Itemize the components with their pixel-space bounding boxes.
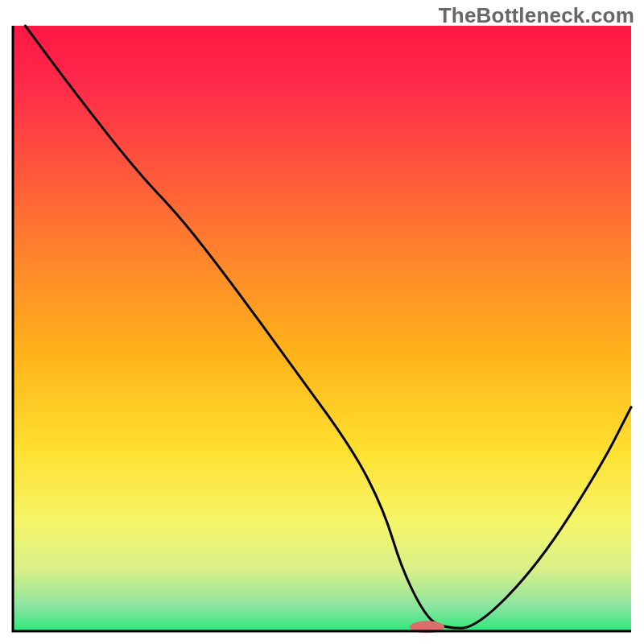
bottleneck-chart xyxy=(0,0,644,644)
plot-background xyxy=(13,26,631,631)
